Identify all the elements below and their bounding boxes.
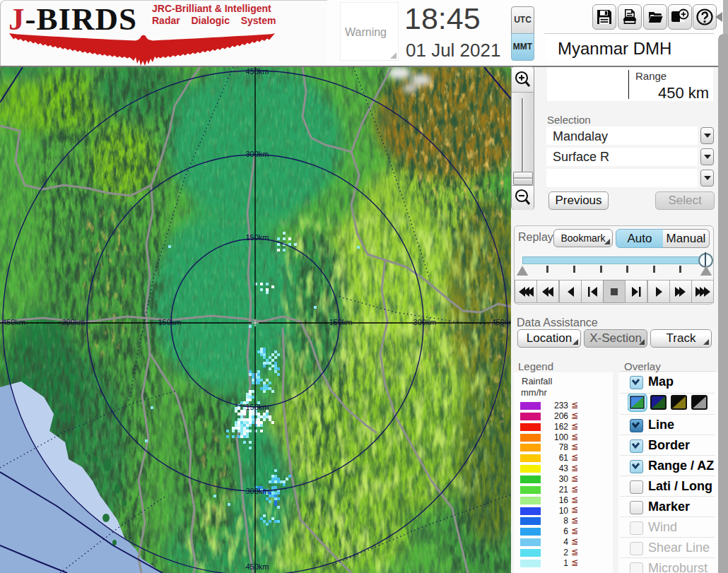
svg-text:450km: 450km [2, 318, 25, 326]
svg-text:300km: 300km [413, 318, 436, 326]
svg-text:150km: 150km [329, 318, 352, 326]
svg-text:150km: 150km [158, 318, 181, 326]
svg-text:150km: 150km [245, 233, 269, 242]
svg-text:450km: 450km [245, 562, 269, 571]
svg-text:450km: 450km [245, 67, 269, 76]
svg-text:150km: 150km [245, 403, 269, 411]
svg-text:300km: 300km [245, 487, 269, 495]
svg-text:300km: 300km [61, 318, 85, 326]
svg-text:300km: 300km [245, 150, 269, 158]
svg-text:450km: 450km [491, 318, 511, 326]
